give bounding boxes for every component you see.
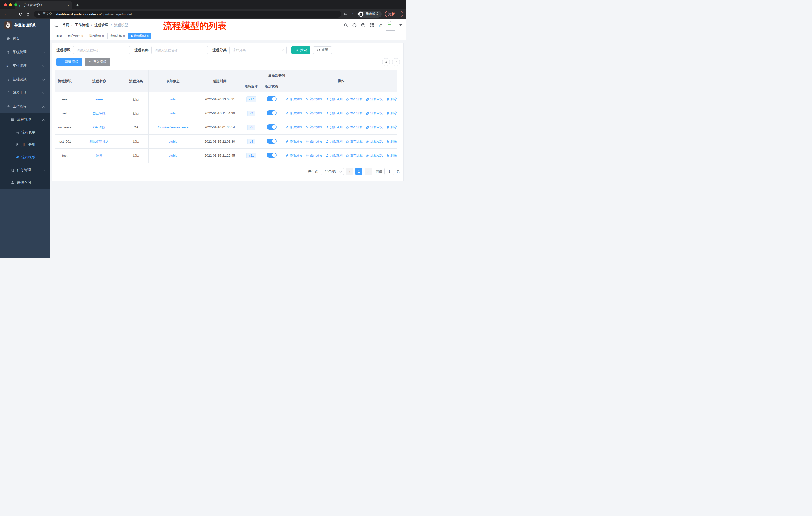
- close-window-button[interactable]: [4, 3, 7, 6]
- edit-process-link[interactable]: 修改流程: [285, 97, 302, 101]
- forward-icon[interactable]: →: [10, 12, 17, 17]
- new-tab-button[interactable]: +: [76, 3, 79, 7]
- design-process-link[interactable]: 设计流程: [306, 97, 322, 101]
- sidebar-item-devtools[interactable]: 研发工具: [0, 86, 50, 100]
- process-name-input[interactable]: [151, 46, 208, 54]
- close-icon[interactable]: ×: [81, 34, 83, 38]
- search-icon[interactable]: [344, 23, 348, 27]
- goto-page-input[interactable]: [384, 168, 395, 175]
- sidebar-item-process-model[interactable]: 流程模型: [0, 151, 50, 164]
- publish-process-link[interactable]: 发布流程: [346, 125, 363, 130]
- browser-update-button[interactable]: 更新 ⋮: [385, 10, 404, 18]
- design-process-link[interactable]: 设计流程: [306, 125, 322, 130]
- key-icon[interactable]: [344, 12, 348, 16]
- process-name-link[interactable]: 自己审批: [93, 111, 106, 115]
- breadcrumb-item[interactable]: 首页: [62, 23, 69, 27]
- process-category-select[interactable]: 流程分类: [229, 46, 287, 54]
- import-process-button[interactable]: 导入流程: [85, 58, 110, 66]
- fullscreen-icon[interactable]: [370, 23, 374, 27]
- search-button[interactable]: 搜索: [291, 46, 310, 54]
- page-size-select[interactable]: 10条/页: [321, 168, 344, 175]
- active-toggle[interactable]: [266, 139, 277, 144]
- sidebar-item-leave-query[interactable]: 请假查询: [0, 176, 50, 189]
- tag-process-form[interactable]: 流程表单×: [108, 33, 127, 39]
- tag-tenant[interactable]: 租户管理×: [66, 33, 85, 39]
- version-badge[interactable]: v21: [246, 153, 256, 159]
- page-number-current[interactable]: 1: [355, 168, 362, 175]
- font-size-icon[interactable]: ᴛT: [378, 23, 382, 27]
- reset-button[interactable]: 重置: [313, 46, 332, 54]
- assign-rule-link[interactable]: 分配规则: [326, 125, 343, 130]
- sidebar-item-system[interactable]: 系统管理: [0, 45, 50, 59]
- publish-process-link[interactable]: 发布流程: [346, 97, 363, 101]
- delete-link[interactable]: 删除: [386, 111, 397, 115]
- delete-link[interactable]: 删除: [386, 125, 397, 130]
- process-definition-link[interactable]: 流程定义: [366, 111, 383, 115]
- prev-page-button[interactable]: ‹: [346, 168, 353, 175]
- github-icon[interactable]: [352, 23, 357, 28]
- design-process-link[interactable]: 设计流程: [306, 111, 322, 115]
- design-process-link[interactable]: 设计流程: [306, 139, 322, 144]
- form-link[interactable]: biubiu: [169, 140, 177, 143]
- assign-rule-link[interactable]: 分配规则: [326, 154, 343, 158]
- breadcrumb-item[interactable]: 工作流程: [75, 23, 89, 27]
- process-name-link[interactable]: 测试多审批人: [89, 140, 109, 143]
- tag-home[interactable]: 首页: [54, 33, 64, 39]
- version-badge[interactable]: v17: [246, 97, 256, 102]
- browser-menu-icon[interactable]: ⋮: [397, 12, 400, 16]
- form-link[interactable]: /bpm/oa/leave/create: [158, 126, 188, 129]
- process-name-link[interactable]: OA 请假: [93, 126, 105, 129]
- assign-rule-link[interactable]: 分配规则: [326, 111, 343, 115]
- home-icon[interactable]: [24, 12, 31, 16]
- assign-rule-link[interactable]: 分配规则: [326, 97, 343, 101]
- version-badge[interactable]: v4: [248, 139, 256, 144]
- address-bar[interactable]: 不安全 dashboard.yudao.iocoder.cn/bpm/manag…: [34, 10, 341, 18]
- active-toggle[interactable]: [266, 96, 277, 101]
- sidebar-collapse-icon[interactable]: [54, 23, 58, 27]
- tag-my-process[interactable]: 我的流程×: [87, 33, 106, 39]
- reload-icon[interactable]: [17, 12, 24, 16]
- sidebar-item-task-mgmt[interactable]: 任务管理: [0, 164, 50, 176]
- edit-process-link[interactable]: 修改流程: [285, 154, 302, 158]
- security-label[interactable]: 不安全: [42, 12, 52, 16]
- sidebar-item-payment[interactable]: ¥ 支付管理: [0, 59, 50, 73]
- form-link[interactable]: biubiu: [169, 111, 177, 115]
- close-icon[interactable]: ×: [102, 34, 104, 38]
- sidebar-item-workflow[interactable]: 工作流程: [0, 100, 50, 113]
- version-badge[interactable]: v2: [248, 111, 256, 116]
- process-name-link[interactable]: 滔博: [96, 154, 103, 158]
- avatar[interactable]: [386, 20, 396, 31]
- bookmark-star-icon[interactable]: ☆: [351, 12, 354, 17]
- design-process-link[interactable]: 设计流程: [306, 154, 322, 158]
- form-link[interactable]: biubiu: [169, 154, 177, 158]
- help-icon[interactable]: [361, 23, 366, 27]
- publish-process-link[interactable]: 发布流程: [346, 111, 363, 115]
- edit-process-link[interactable]: 修改流程: [285, 139, 302, 144]
- process-name-link[interactable]: eeee: [96, 97, 103, 101]
- version-badge[interactable]: v5: [248, 125, 256, 130]
- window-controls[interactable]: [4, 3, 18, 6]
- tag-process-model[interactable]: 流程模型×: [128, 33, 151, 39]
- assign-rule-link[interactable]: 分配规则: [326, 139, 343, 144]
- publish-process-link[interactable]: 发布流程: [346, 154, 363, 158]
- active-toggle[interactable]: [266, 153, 277, 158]
- back-icon[interactable]: ←: [2, 12, 9, 17]
- process-definition-link[interactable]: 流程定义: [366, 125, 383, 130]
- active-toggle[interactable]: [266, 125, 277, 130]
- process-id-input[interactable]: [73, 46, 130, 54]
- chevron-down-icon[interactable]: [400, 24, 402, 26]
- browser-tab[interactable]: 芋道管理系统 ×: [15, 1, 72, 9]
- edit-process-link[interactable]: 修改流程: [285, 111, 302, 115]
- next-page-button[interactable]: ›: [365, 168, 372, 175]
- create-process-button[interactable]: 新建流程: [56, 58, 82, 66]
- edit-process-link[interactable]: 修改流程: [285, 125, 302, 130]
- breadcrumb-item[interactable]: 流程管理: [94, 23, 109, 27]
- process-definition-link[interactable]: 流程定义: [366, 139, 383, 144]
- sidebar-item-home[interactable]: 首页: [0, 32, 50, 45]
- refresh-table-button[interactable]: [392, 58, 400, 66]
- process-definition-link[interactable]: 流程定义: [366, 154, 383, 158]
- sidebar-item-process-form[interactable]: 流程表单: [0, 126, 50, 139]
- close-icon[interactable]: ×: [123, 34, 125, 38]
- tab-close-icon[interactable]: ×: [67, 3, 69, 7]
- sidebar-item-process-mgmt[interactable]: 流程管理: [0, 113, 50, 126]
